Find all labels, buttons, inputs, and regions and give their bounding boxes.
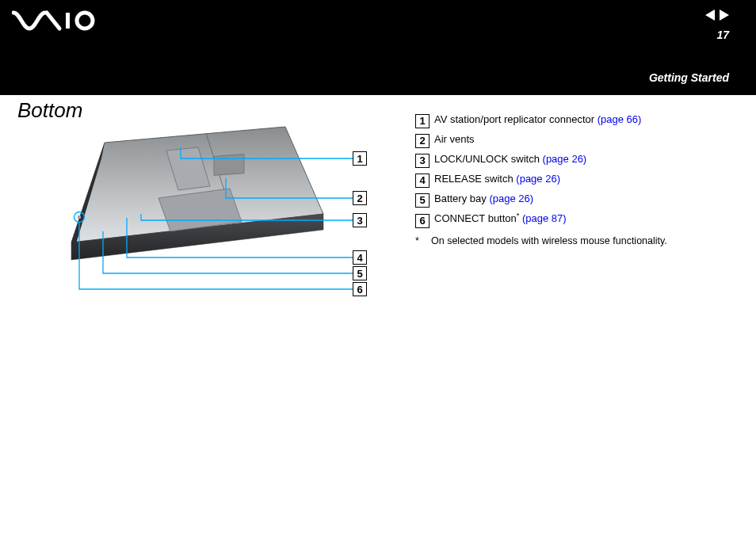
nav-arrows <box>705 10 729 21</box>
legend-num-5: 5 <box>415 193 430 208</box>
legend-num-6: 6 <box>415 214 430 228</box>
page-link-87[interactable]: (page 87) <box>522 213 567 225</box>
legend-text-2: Air vents <box>434 131 475 148</box>
laptop-bottom-illustration <box>48 119 372 372</box>
legend-item-5: 5 Battery bay (page 26) <box>415 190 732 208</box>
page-link-26c[interactable]: (page 26) <box>489 193 533 204</box>
next-page-button[interactable] <box>720 10 729 21</box>
chapter-title: Getting Started <box>649 71 729 84</box>
header-bar: 17 Getting Started <box>0 0 756 95</box>
callout-6: 6 <box>353 282 367 296</box>
vaio-logo-icon <box>12 8 107 33</box>
legend-text-3: LOCK/UNLOCK switch (page 26) <box>434 151 586 168</box>
legend-item-3: 3 LOCK/UNLOCK switch (page 26) <box>415 151 732 168</box>
callout-2: 2 <box>353 191 367 205</box>
legend-list: 1 AV station/port replicator connector (… <box>415 111 732 250</box>
callout-1: 1 <box>353 151 367 166</box>
svg-rect-8 <box>214 154 244 176</box>
page-link-66[interactable]: (page 66) <box>598 113 642 125</box>
legend-text-4: RELEASE switch (page 26) <box>434 170 560 188</box>
legend-num-3: 3 <box>415 154 430 168</box>
legend-num-1: 1 <box>415 114 430 128</box>
legend-num-4: 4 <box>415 174 430 188</box>
svg-rect-0 <box>66 13 70 29</box>
page-link-26a[interactable]: (page 26) <box>543 153 587 165</box>
callout-5: 5 <box>353 266 367 280</box>
legend-item-4: 4 RELEASE switch (page 26) <box>415 170 732 188</box>
legend-text-1: AV station/port replicator connector (pa… <box>434 111 641 128</box>
bottom-view-diagram: 1 2 3 4 5 6 <box>48 119 372 372</box>
footnote-star: * <box>415 233 431 250</box>
svg-point-10 <box>78 216 81 219</box>
legend-item-6: 6 CONNECT button* (page 87) <box>415 210 732 227</box>
page-link-26b[interactable]: (page 26) <box>516 173 560 185</box>
legend-num-2: 2 <box>415 134 430 148</box>
legend-item-1: 1 AV station/port replicator connector (… <box>415 111 732 128</box>
footnote-text: On selected models with wireless mouse f… <box>431 235 667 246</box>
vaio-logo <box>12 8 107 33</box>
prev-page-button[interactable] <box>705 10 715 21</box>
legend-text-5: Battery bay (page 26) <box>434 190 533 208</box>
footnote: *On selected models with wireless mouse … <box>415 233 732 250</box>
callout-3: 3 <box>353 213 367 227</box>
legend-text-6: CONNECT button* (page 87) <box>434 210 567 227</box>
callout-4: 4 <box>353 250 367 265</box>
page-number: 17 <box>716 29 729 41</box>
legend-item-2: 2 Air vents <box>415 131 732 148</box>
svg-point-1 <box>77 13 93 29</box>
